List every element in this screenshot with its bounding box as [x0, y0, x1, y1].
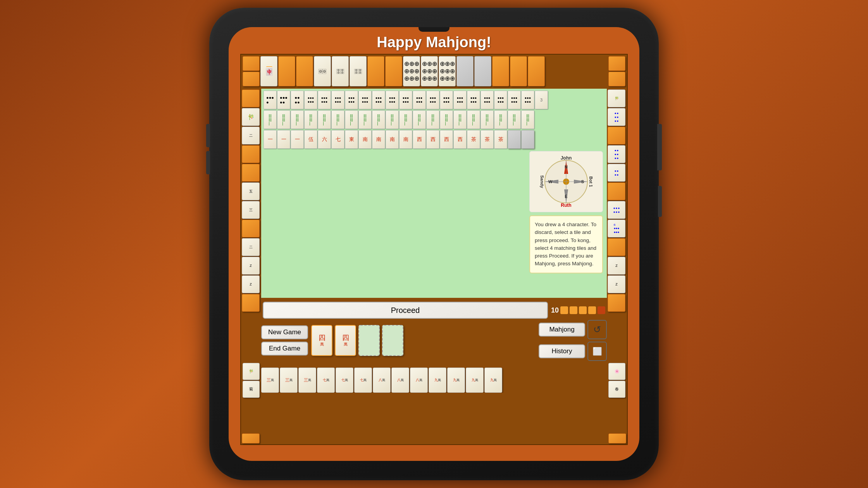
lc-2[interactable]: 🎋 [242, 108, 260, 126]
ht-12[interactable]: 九萬 [466, 368, 484, 393]
bt-r1-2[interactable]: ●●●●● [277, 91, 290, 109]
bt-r2-8[interactable]: ||||||| [358, 110, 372, 129]
bt-r2-5[interactable]: ||||||| [318, 110, 331, 129]
bt-r3-2[interactable]: 一 [277, 130, 290, 149]
bt-r1-12[interactable]: ●●●●●● [413, 91, 426, 109]
bt-r2-6[interactable]: ||||||| [331, 110, 344, 129]
ht-10[interactable]: 九萬 [429, 368, 446, 393]
bt-r2-11[interactable]: ||||||| [399, 110, 412, 129]
bt-r1-10[interactable]: ●●●●●● [386, 91, 399, 109]
rc-7[interactable]: ●●●●●● [608, 201, 625, 219]
lc-7[interactable]: 三 [242, 201, 260, 219]
volume-up-button[interactable] [206, 124, 210, 147]
bt-r1-19[interactable]: ●●●●●● [508, 91, 521, 109]
proceed-button[interactable]: Proceed [263, 302, 548, 319]
rc-2[interactable]: ●●●●●● [608, 108, 625, 126]
ht-5[interactable]: 七萬 [336, 368, 353, 393]
bt-r1-5[interactable]: ●●●●●● [318, 91, 331, 109]
drawn-tile-3[interactable] [358, 325, 380, 356]
bt-r1-3[interactable]: ●●●● [291, 91, 304, 109]
bt-r2-1[interactable]: ||||||| [264, 110, 277, 129]
top-tile-6[interactable]: 🀚🀚 [350, 56, 367, 86]
bt-r1-17[interactable]: ●●●●●● [480, 91, 494, 109]
side-button[interactable] [658, 186, 662, 217]
bt-r1-14[interactable]: ●●●●●● [440, 91, 453, 109]
hc-l1[interactable]: 🎋 [243, 363, 260, 380]
top-tile-11[interactable]: ⊕⊕⊕⊕⊕⊕⊕⊕⊕ [439, 56, 456, 86]
bt-r2-12[interactable]: ||||||| [413, 110, 426, 129]
lc-10[interactable]: Z [242, 257, 260, 275]
bt-r1-7[interactable]: ●●●●●● [345, 91, 358, 109]
new-game-button[interactable]: New Game [261, 325, 308, 339]
bt-r1-13[interactable]: ●●●●●● [426, 91, 439, 109]
bt-r3-14[interactable]: 西 [440, 130, 453, 149]
bt-r2-13[interactable]: ||||||| [426, 110, 439, 129]
hc-r2[interactable]: 春 [608, 381, 625, 398]
lc-11[interactable]: Z [242, 275, 260, 293]
bt-r3-15[interactable]: 西 [453, 130, 467, 149]
drawn-tile-2[interactable]: 四 萬 [335, 325, 356, 356]
bt-r2-20[interactable]: ||||||| [521, 110, 534, 129]
bt-r1-6[interactable]: ●●●●●● [331, 91, 344, 109]
rc-5[interactable]: ●●●● [608, 164, 625, 182]
rotate-button[interactable]: ↺ [587, 320, 607, 339]
power-button[interactable] [657, 124, 662, 170]
bt-r3-18[interactable]: 茶 [494, 130, 507, 149]
bt-r1-11[interactable]: ●●●●●● [399, 91, 412, 109]
bt-r2-7[interactable]: ||||||| [345, 110, 358, 129]
bt-r3-3[interactable]: 一 [291, 130, 304, 149]
top-tile-4[interactable]: 🀙🀙 [314, 56, 331, 86]
bt-r1-20[interactable]: ●●●●●● [521, 91, 534, 109]
bt-r2-9[interactable]: ||||||| [372, 110, 385, 129]
hc-l2[interactable]: 菊 [243, 381, 260, 398]
bt-r3-13[interactable]: 西 [426, 130, 439, 149]
bt-r2-2[interactable]: ||||||| [277, 110, 290, 129]
bt-r1-18[interactable]: ●●●●●● [494, 91, 507, 109]
bt-r3-12[interactable]: 西 [413, 130, 426, 149]
history-button[interactable]: History [539, 344, 585, 358]
bt-r3-5[interactable]: 六 [318, 130, 331, 149]
bt-r1-9[interactable]: ●●●●●● [372, 91, 385, 109]
bt-r3-8[interactable]: 南 [358, 130, 372, 149]
drawn-tile-1[interactable]: 四 萬 [311, 325, 332, 356]
frame-button[interactable]: ⬜ [587, 342, 607, 361]
bt-r2-15[interactable]: ||||||| [453, 110, 467, 129]
hc-r1[interactable]: 🌸 [608, 363, 625, 380]
bt-r3-16[interactable]: 茶 [467, 130, 480, 149]
bt-r2-10[interactable]: ||||||| [386, 110, 399, 129]
bt-r2-3[interactable]: ||||||| [291, 110, 304, 129]
lc-3[interactable]: 二 [242, 127, 260, 144]
bt-r2-4[interactable]: ||||||| [304, 110, 317, 129]
bt-r1-1[interactable]: ●●●● [264, 91, 277, 109]
bt-r3-1[interactable]: 一 [264, 130, 277, 149]
ht-11[interactable]: 九萬 [447, 368, 465, 393]
bt-r2-18[interactable]: ||||||| [494, 110, 507, 129]
bt-r1-4[interactable]: ●●●●●● [304, 91, 317, 109]
end-game-button[interactable]: End Game [261, 342, 308, 356]
top-tile-1[interactable]: 🀄 [260, 56, 277, 86]
bt-r3-4[interactable]: 伍 [304, 130, 317, 149]
bt-r3-17[interactable]: 茶 [480, 130, 494, 149]
bt-r2-17[interactable]: ||||||| [480, 110, 494, 129]
ht-6[interactable]: 七萬 [354, 368, 372, 393]
ht-4[interactable]: 七萬 [317, 368, 335, 393]
ht-8[interactable]: 八萬 [391, 368, 409, 393]
ht-13[interactable]: 九萬 [484, 368, 502, 393]
rc-11[interactable]: Z [608, 275, 625, 293]
bt-r3-6[interactable]: 七 [331, 130, 344, 149]
drawn-tile-4[interactable] [382, 325, 403, 356]
bt-r3-9[interactable]: 南 [372, 130, 385, 149]
bt-r2-16[interactable]: ||||||| [467, 110, 480, 129]
mahjong-button[interactable]: Mahjong [539, 323, 585, 337]
rc-4[interactable]: ●●●●●● [608, 145, 625, 163]
bt-r1-15[interactable]: ●●●●●● [453, 91, 467, 109]
bt-r1-8[interactable]: ●●●●●● [358, 91, 372, 109]
bt-r1-21[interactable]: 3 [535, 91, 548, 109]
volume-down-button[interactable] [206, 151, 210, 174]
ht-7[interactable]: 八萬 [373, 368, 391, 393]
bt-r3-10[interactable]: 南 [386, 130, 399, 149]
ht-2[interactable]: 三萬 [280, 368, 298, 393]
lc-9[interactable]: 二 [242, 238, 260, 256]
bt-r2-19[interactable]: ||||||| [508, 110, 521, 129]
top-tile-10[interactable]: ⊕⊕⊕⊕⊕⊕⊕⊕⊕ [421, 56, 438, 86]
